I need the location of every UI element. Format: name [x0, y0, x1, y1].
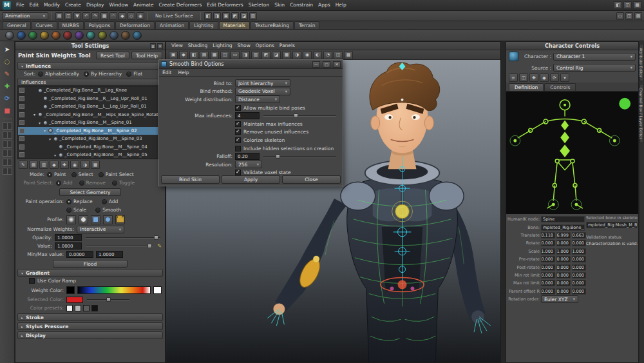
move-tool-icon[interactable]: ✚	[2, 81, 13, 91]
slider-handle[interactable]	[147, 244, 152, 248]
sidebar-toggle-icon[interactable]: ▭	[616, 12, 624, 20]
ipr-render-icon[interactable]: ◨	[213, 12, 221, 20]
influence-row[interactable]: _Completed_Rig:Bone__R__Leg_Upr_Roll_01	[18, 95, 162, 103]
xray-toggle-icon[interactable]: ◔	[323, 51, 332, 59]
value-y[interactable]: 0.000	[556, 288, 571, 295]
scale-tool-icon[interactable]: ■	[2, 105, 13, 115]
maximize-icon[interactable]: ▢	[323, 61, 330, 68]
value-z[interactable]: 0.000	[572, 256, 586, 262]
shelf-tab[interactable]: Lighting	[189, 21, 218, 29]
shadows-toggle-icon[interactable]: ◐	[313, 51, 322, 59]
render-icon[interactable]: ◧	[204, 12, 212, 20]
expander-icon[interactable]: ▾	[32, 112, 37, 117]
shelf-tab[interactable]: Polygons	[84, 21, 115, 29]
influence-visibility-icon[interactable]	[19, 152, 24, 157]
remove-unused-checkbox[interactable]	[235, 129, 241, 135]
shelf-tab[interactable]: Terrain	[294, 21, 319, 29]
character-definition-diagram[interactable]	[506, 92, 638, 214]
anisotropic-shelf-icon[interactable]	[5, 31, 14, 40]
persp-outliner-layout-icon[interactable]	[3, 159, 12, 166]
character-controls-tab[interactable]: Definition	[509, 83, 544, 91]
lighting-toggle-icon[interactable]: ◉	[303, 51, 312, 59]
volume-fog-shelf-icon[interactable]	[109, 31, 118, 40]
menu-set-selector[interactable]: Animation	[2, 12, 48, 20]
value-z[interactable]: 0.000	[572, 288, 586, 295]
save-scene-icon[interactable]: ▼	[73, 12, 81, 20]
weight-hammer-icon[interactable]: ◆	[50, 161, 59, 169]
wireframe-on-shaded-icon[interactable]: ◫	[334, 51, 343, 59]
image-plane-icon[interactable]: ▦	[210, 51, 219, 59]
mode-radio[interactable]: Paint Select	[99, 172, 134, 177]
value-x[interactable]: 0.000	[541, 240, 555, 246]
paint-select-tool-icon[interactable]: ✎	[2, 68, 13, 79]
menu-item[interactable]: Create Deformers	[156, 0, 205, 10]
value-z[interactable]: 0.000	[572, 264, 586, 271]
normalize-weights-dropdown[interactable]: Interactive	[77, 226, 124, 233]
paint-operation-radio[interactable]: Replace	[66, 199, 93, 204]
grid-toggle-icon[interactable]: ▦	[282, 51, 291, 59]
influence-visibility-icon[interactable]	[19, 128, 24, 133]
min-value-input[interactable]: 0.0000	[66, 251, 93, 258]
copy-weights-icon[interactable]: ▤	[29, 161, 38, 169]
slider-handle[interactable]	[154, 235, 158, 240]
invert-selection-icon[interactable]: ◑	[80, 161, 90, 169]
expander-icon[interactable]: ▾	[37, 121, 42, 125]
colorize-skeleton-checkbox[interactable]	[235, 137, 241, 143]
redo-icon[interactable]: ↷	[91, 12, 99, 20]
camera-attributes-icon[interactable]: ◧	[189, 51, 198, 59]
show-influence-icon[interactable]: ◉	[70, 161, 79, 169]
slider-handle[interactable]	[276, 154, 280, 159]
shelf-tab[interactable]: Curves	[32, 21, 57, 29]
menu-item[interactable]: Constrain	[287, 0, 316, 10]
use-color-ramp-checkbox[interactable]	[29, 278, 35, 284]
resolution-gate-icon[interactable]: ▭	[231, 51, 240, 59]
weight-color-ramp[interactable]	[77, 286, 151, 294]
menu-item[interactable]: Edit Deformers	[204, 0, 245, 10]
character-controls-tab[interactable]: Controls	[544, 83, 576, 91]
collapsed-section-header[interactable]: Stroke	[17, 313, 163, 321]
paint-select-radio[interactable]: Remove	[79, 180, 106, 186]
reset-tool-button[interactable]: Reset Tool	[96, 52, 129, 59]
preset-black[interactable]	[91, 305, 98, 311]
max-value-input[interactable]: 1.0000	[96, 251, 123, 258]
gradient-section-header[interactable]: Gradient	[17, 269, 163, 277]
isolate-select-icon[interactable]: ◑	[292, 51, 301, 59]
select-tool-icon[interactable]: ➤	[2, 44, 13, 54]
marking-pencil-icon[interactable]: ✎	[157, 243, 162, 249]
select-camera-icon[interactable]: ▣	[169, 51, 178, 59]
single-pane-layout-icon[interactable]	[3, 123, 12, 130]
menu-item[interactable]: Edit	[27, 0, 42, 10]
influence-visibility-icon[interactable]	[19, 88, 24, 93]
menu-item[interactable]: Skeleton	[246, 0, 272, 10]
square-brush-button[interactable]	[91, 215, 100, 224]
influence-visibility-icon[interactable]	[19, 120, 24, 125]
panel-menu-icon[interactable]: ≡	[509, 74, 518, 82]
max-influences-input[interactable]: 4	[235, 112, 260, 119]
snap-to-plane-icon[interactable]: ◇	[128, 12, 135, 20]
value-x[interactable]: -0.118	[541, 232, 555, 239]
include-hidden-checkbox[interactable]	[235, 146, 241, 152]
field-chart-icon[interactable]: ▥	[251, 51, 260, 59]
value-z[interactable]: 1.000	[572, 248, 586, 255]
tool-settings-titlebar[interactable]: Tool Settings ≡ ✕	[15, 42, 165, 50]
skeleton-generator-icon[interactable]: ✚	[529, 74, 538, 82]
preset-white[interactable]	[66, 305, 73, 311]
character-controls-titlebar[interactable]: Character Controls	[506, 42, 638, 50]
two-pane-side-layout-icon[interactable]	[3, 141, 12, 148]
render-settings-icon[interactable]: ▣	[222, 12, 230, 20]
paint-effects-icon[interactable]: ◪	[240, 12, 248, 20]
slider-handle[interactable]	[294, 113, 298, 118]
env-fog-shelf-icon[interactable]	[121, 31, 130, 40]
four-pane-layout-icon[interactable]	[3, 132, 12, 139]
value-x[interactable]: 0.000	[541, 272, 555, 279]
hard-brush-button[interactable]	[79, 215, 88, 224]
resolution-dropdown[interactable]: 256	[235, 161, 262, 168]
close-icon[interactable]: ✕	[333, 61, 341, 68]
sort-radio[interactable]: By Hierarchy	[84, 71, 122, 77]
value-slider[interactable]	[84, 242, 155, 250]
options-icon[interactable]: ▾	[560, 74, 569, 82]
falloff-slider[interactable]	[262, 153, 337, 160]
shelf-tab[interactable]: Materials	[219, 21, 250, 29]
menu-item[interactable]: Display	[84, 0, 107, 10]
phong-shelf-icon[interactable]	[40, 31, 49, 40]
